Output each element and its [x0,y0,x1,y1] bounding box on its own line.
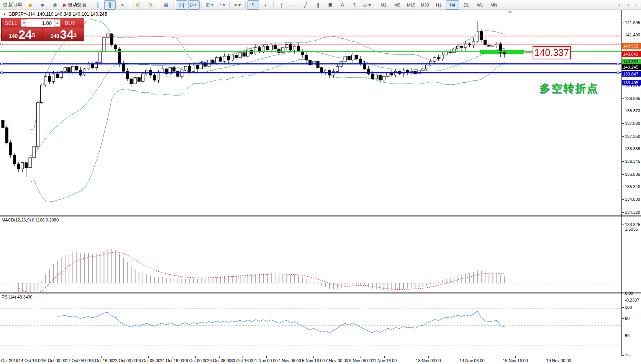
tf-h4-button[interactable]: H4 [446,0,459,10]
candle [359,59,362,64]
buy-button[interactable]: BUY [61,18,80,28]
support-1-line-anchor[interactable] [617,63,619,65]
new-order-label: 新订单 [8,2,22,8]
new-order-button[interactable]: ⊞新订单 [2,0,24,10]
tf-m5-button[interactable]: M5 [391,0,404,10]
auto-scroll-button[interactable]: ▷+ [188,0,200,10]
resistance-1-line-anchor[interactable] [617,35,619,37]
line-chart-button[interactable]: ≈ [116,0,128,10]
candle [457,46,459,49]
zoom-out-icon: ⊖ [148,2,152,7]
resistance-2-line-anchor[interactable] [1,43,3,45]
tile-windows-icon: ▦ [164,2,168,7]
crosshair-button[interactable]: ＋ [260,0,271,10]
candle [122,64,125,72]
period-button[interactable]: ◔ ▾ [216,0,228,10]
candle [371,74,374,79]
time-tick [313,356,314,358]
collapse-icon[interactable]: ▲ [3,12,6,16]
horizontal-line-button[interactable]: ― [288,0,299,10]
tf-h1-button[interactable]: H1 [432,0,445,10]
time-tick [243,356,243,358]
resistance-2-line-anchor[interactable] [617,43,619,45]
trendline-button[interactable]: ╱ [300,0,311,10]
time-label: 11 Oct 2019 [0,358,18,363]
autotrade-button[interactable]: ▶自动交易 [61,0,88,10]
bollinger-middle-line [30,48,505,156]
candle [64,67,66,71]
macd-label: MACD(12,26,9) 0.1106 0.2080 [2,218,59,222]
signals-button[interactable]: ◉ [49,0,61,10]
candle [161,69,164,73]
tf-d1-button[interactable]: D1 [460,0,473,10]
candlestick-button[interactable]: ╫ [104,0,116,10]
candle [348,56,350,60]
candle [17,164,20,169]
zoom-out-button[interactable]: ⊖ [144,0,156,10]
rsi-tick [622,336,624,336]
sell-price[interactable]: 140 24 5 [2,28,43,41]
volume-down-button[interactable]: ▼ [21,19,27,27]
annotation-text[interactable]: 多空转折点 [539,81,599,96]
new-chart-button[interactable]: ⊞ ▾ [204,0,215,10]
candle [461,46,463,48]
price-tick [622,23,624,23]
support-2-line-anchor[interactable] [617,72,619,74]
macd-panel [0,249,621,299]
price-tick-label: 133.825 [625,222,640,227]
trendline-icon: ╱ [304,2,307,7]
tf-mn-button[interactable]: MN [487,0,500,10]
indicator-list-button[interactable]: ≈ ▾ [232,0,243,10]
channel-button[interactable]: ∥ [312,0,324,10]
volume-up-button[interactable]: ▲ [54,19,61,27]
candle [146,70,148,74]
vertical-line-button[interactable]: | [275,0,287,10]
buy-price[interactable]: 140 34 3 [43,28,84,41]
candle [196,65,199,69]
profiles-button[interactable]: ☻ [37,0,48,10]
price-callout-box[interactable]: 140.337 [533,46,571,59]
support-2-badge: 139.495 [622,80,641,85]
cursor-button[interactable]: ↖ [248,0,259,10]
price-tick [622,225,624,225]
styler-icon: ◆ [28,2,32,7]
candle [492,45,494,46]
candle [433,57,436,61]
buy-price-prefix: 140 [50,32,59,40]
price-tick [622,174,624,175]
candle [344,56,346,61]
tile-windows-button[interactable]: ▦ [160,0,172,10]
volume-input[interactable] [27,19,54,27]
tf-w1-button[interactable]: W1 [474,0,487,10]
time-label: 1 Nov 00:00 [255,358,277,363]
tf-m1-button[interactable]: M1 [377,0,390,10]
candle [184,66,187,70]
candle [41,85,43,103]
chart-shift-button[interactable]: ▷| [176,0,187,10]
zoom-in-button[interactable]: ⊕ [132,0,144,10]
time-tick [472,356,472,358]
styler-button[interactable]: ◆ [25,0,36,10]
search-button[interactable]: ⌕ [614,0,625,10]
support-2-line-anchor[interactable] [1,72,3,74]
bar-chart-button[interactable]: ║ [92,0,103,10]
price-tick-label: 136.855 [625,146,640,151]
candle [383,76,385,80]
chat-button[interactable]: ⊂⊃ [626,0,638,10]
text-label-button[interactable]: T [349,0,361,10]
arrows-button[interactable]: ◇ ▾ [361,0,373,10]
support-1-line-anchor[interactable] [1,63,3,65]
price-tick [622,111,624,111]
signals-icon: ◉ [52,2,57,7]
fibonacci-button[interactable]: ≣ [325,0,336,10]
tf-m30-button[interactable]: M30 [418,0,431,10]
candle [173,67,175,71]
bar-chart-icon: ║ [96,2,99,7]
candle [130,79,133,84]
sell-button[interactable]: SELL [2,18,21,28]
price-tick [622,136,624,137]
tf-m15-button[interactable]: M15 [405,0,418,10]
text-button[interactable]: A [337,0,348,10]
price-tick [622,98,624,99]
candle [418,70,420,74]
